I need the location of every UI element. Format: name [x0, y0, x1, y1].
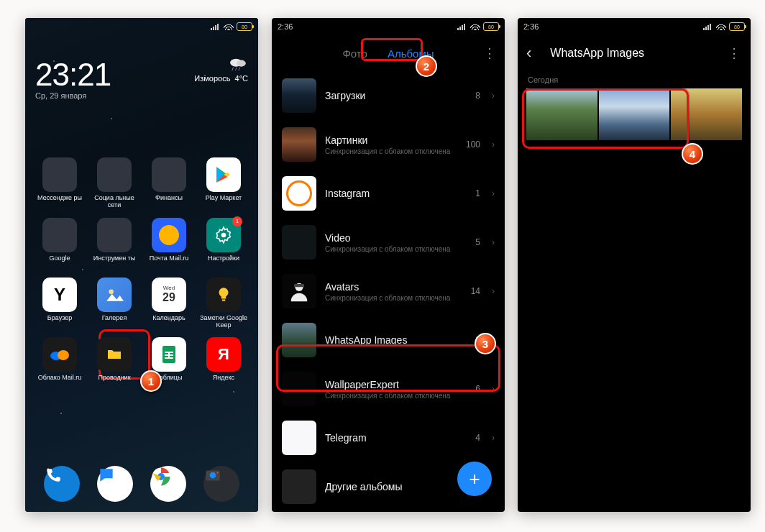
- app-mailru[interactable]: Почта Mail.ru: [145, 218, 193, 269]
- svg-point-6: [109, 289, 114, 294]
- signal-icon: [211, 23, 221, 30]
- app-file-explorer[interactable]: Проводник: [90, 337, 139, 388]
- album-telegram[interactable]: Telegram 4›: [282, 413, 495, 462]
- album-list[interactable]: Загрузки 8› КартинкиСинхронизация с обла…: [272, 71, 505, 511]
- album-downloads[interactable]: Загрузки 8›: [282, 71, 495, 120]
- more-icon[interactable]: ⋮: [483, 45, 496, 61]
- cloud-icon: [42, 337, 77, 372]
- folder-social[interactable]: Социа льные сети: [90, 157, 139, 209]
- svg-point-5: [221, 232, 226, 237]
- tab-photo[interactable]: Фото: [342, 47, 367, 60]
- status-bar: 2:36 80: [272, 18, 505, 35]
- app-label: Календарь: [152, 314, 185, 329]
- wifi-icon: [716, 23, 726, 30]
- status-bar: 2:36 80: [518, 18, 751, 35]
- dock-phone[interactable]: [44, 466, 80, 502]
- album-thumb: [282, 127, 316, 162]
- status-time: 2:36: [523, 22, 539, 31]
- battery-icon: 80: [729, 22, 745, 31]
- section-label: Сегодня: [518, 71, 751, 88]
- app-calendar[interactable]: Wed 29 Календарь: [145, 278, 193, 329]
- album-count: 6: [475, 384, 480, 394]
- album-count: 1: [475, 188, 480, 198]
- gallery-header: Фото Альбомы ⋮: [272, 35, 505, 71]
- app-label: Инструмен ты: [93, 254, 136, 269]
- svg-point-19: [216, 472, 218, 474]
- more-icon[interactable]: ⋮: [728, 45, 742, 61]
- status-time: 2:36: [278, 22, 293, 31]
- folder-messengers[interactable]: Мессендже ры: [35, 157, 84, 209]
- app-settings[interactable]: 1 Настройки: [199, 218, 248, 269]
- album-wallpaperexpert[interactable]: WallpaperExpertСинхронизация с облаком о…: [282, 364, 495, 413]
- album-video[interactable]: VideoСинхронизация с облаком отключена 5…: [282, 218, 495, 267]
- app-label: Google: [49, 254, 70, 269]
- photo-thumb[interactable]: [526, 88, 597, 140]
- svg-point-18: [210, 472, 216, 479]
- album-name: WallpaperExpert: [325, 379, 467, 390]
- album-thumb: [282, 274, 316, 308]
- fab-add-button[interactable]: +: [457, 462, 492, 496]
- status-bar: 80: [25, 18, 258, 35]
- dock-messages[interactable]: [97, 466, 133, 502]
- marker-2: 2: [416, 55, 437, 77]
- app-label: Заметки Google Keep: [199, 314, 248, 329]
- app-play-market[interactable]: Play Маркет: [199, 157, 248, 209]
- album-header: ‹ WhatsApp Images ⋮: [518, 35, 751, 71]
- chevron-right-icon: ›: [492, 433, 495, 443]
- album-count: 5: [475, 237, 480, 247]
- app-label: Социа льные сети: [90, 194, 139, 209]
- gallery-icon: [97, 278, 132, 312]
- app-label: Яндекс: [213, 374, 234, 388]
- album-instagram[interactable]: Instagram 1›: [282, 169, 495, 218]
- folder-finance[interactable]: Финансы: [145, 157, 193, 209]
- dock-camera[interactable]: [203, 466, 239, 502]
- photo-thumb[interactable]: [671, 88, 742, 140]
- album-detail-screen: 2:36 80 ‹ WhatsApp Images ⋮ Сегодня 4: [518, 18, 751, 512]
- app-label: Мессендже ры: [37, 194, 82, 208]
- album-name: Картинки: [325, 134, 457, 146]
- chevron-right-icon: ›: [492, 286, 495, 296]
- clock-widget[interactable]: 23:21 Ср, 29 января: [35, 57, 111, 100]
- svg-line-2: [232, 68, 234, 71]
- album-count: 100: [466, 139, 480, 150]
- back-button[interactable]: ‹: [526, 44, 531, 63]
- app-yandex[interactable]: Я Яндекс: [199, 337, 248, 388]
- app-keep[interactable]: Заметки Google Keep: [199, 278, 248, 329]
- app-yandex-browser[interactable]: Y Браузер: [35, 278, 84, 329]
- svg-line-3: [235, 68, 237, 71]
- battery-icon: 80: [237, 22, 252, 31]
- album-name: Avatars: [325, 281, 462, 293]
- app-label: Проводник: [98, 374, 130, 388]
- album-count: 4: [475, 433, 480, 443]
- svg-line-4: [239, 68, 240, 71]
- folder-google[interactable]: Google: [35, 218, 84, 269]
- app-gallery[interactable]: Галерея: [90, 278, 139, 329]
- album-whatsapp-images[interactable]: WhatsApp Images 3›: [282, 316, 495, 364]
- photo-thumb[interactable]: [599, 88, 670, 140]
- album-subtitle: Синхронизация с облаком отключена: [325, 147, 457, 155]
- app-label: Браузер: [47, 314, 72, 329]
- album-title: WhatsApp Images: [550, 47, 716, 60]
- album-thumb: [282, 176, 316, 211]
- app-cloud-mailru[interactable]: Облако Mail.ru: [35, 337, 84, 388]
- svg-rect-14: [168, 352, 170, 359]
- app-label: Play Маркет: [206, 194, 242, 208]
- weather-widget[interactable]: Изморось 4°C: [194, 57, 248, 83]
- weather-icon: [228, 57, 248, 71]
- album-thumb: [282, 421, 316, 455]
- notification-badge: 1: [232, 216, 242, 226]
- gallery-albums-screen: 2:36 80 Фото Альбомы ⋮ Загрузки 8› Карти…: [272, 18, 505, 512]
- yandex-icon: Я: [206, 337, 241, 372]
- app-label: Почта Mail.ru: [150, 254, 189, 269]
- album-thumb: [282, 225, 316, 260]
- album-pictures[interactable]: КартинкиСинхронизация с облаком отключен…: [282, 120, 495, 169]
- chevron-right-icon: ›: [492, 91, 495, 101]
- folder-icon: [97, 337, 132, 372]
- dock-chrome[interactable]: [150, 466, 186, 502]
- photo-grid: [518, 88, 751, 140]
- album-avatars[interactable]: AvatarsСинхронизация с облаком отключена…: [282, 267, 495, 316]
- folder-tools[interactable]: Инструмен ты: [90, 218, 139, 269]
- chevron-right-icon: ›: [492, 384, 495, 394]
- album-subtitle: Синхронизация с облаком отключена: [325, 245, 467, 253]
- album-name: Video: [325, 232, 467, 244]
